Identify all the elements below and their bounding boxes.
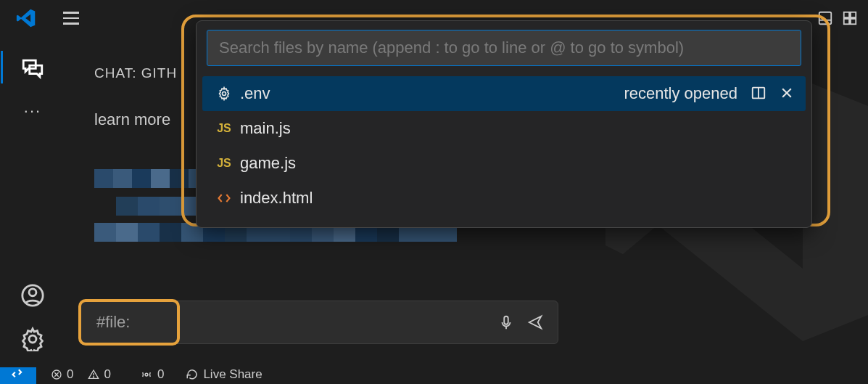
- status-warnings[interactable]: 0: [88, 367, 110, 382]
- svg-rect-4: [844, 19, 849, 24]
- activity-settings-icon[interactable]: [17, 322, 49, 355]
- chat-input-value: #file:: [96, 313, 130, 332]
- quick-open-item-label: main.js: [240, 119, 291, 138]
- quick-open-item[interactable]: .env recently opened: [202, 76, 806, 111]
- activity-bar: ···: [0, 36, 65, 366]
- split-editor-icon[interactable]: [751, 85, 766, 103]
- svg-point-7: [29, 288, 36, 295]
- html-file-icon: [214, 191, 234, 205]
- status-errors[interactable]: 0: [51, 367, 73, 382]
- remote-indicator-icon[interactable]: [0, 367, 36, 384]
- svg-point-20: [94, 377, 94, 377]
- status-ports[interactable]: 0: [140, 367, 164, 382]
- customize-layout-icon[interactable]: [839, 7, 861, 29]
- svg-rect-5: [851, 19, 856, 24]
- status-errors-count: 0: [67, 367, 73, 382]
- status-warnings-count: 0: [104, 367, 110, 382]
- quick-open-item-label: .env: [240, 84, 270, 103]
- svg-point-21: [145, 373, 148, 376]
- svg-point-11: [223, 92, 226, 96]
- svg-rect-9: [504, 316, 508, 324]
- status-live-share-label: Live Share: [203, 367, 262, 382]
- svg-point-8: [29, 335, 36, 343]
- activity-account-icon[interactable]: [17, 279, 49, 311]
- js-file-icon: JS: [214, 157, 234, 170]
- svg-rect-3: [851, 12, 856, 17]
- toggle-panel-icon[interactable]: [814, 7, 836, 29]
- activity-more-icon[interactable]: ···: [17, 94, 49, 127]
- hamburger-menu-icon[interactable]: [63, 12, 79, 25]
- close-icon[interactable]: [780, 86, 794, 102]
- quick-open-placeholder: Search files by name (append : to go to …: [219, 38, 684, 57]
- microphone-icon[interactable]: [494, 310, 518, 335]
- svg-rect-0: [819, 12, 832, 25]
- recently-opened-hint: recently opened: [624, 84, 737, 103]
- quick-open-panel: Search files by name (append : to go to …: [196, 20, 812, 228]
- js-file-icon: JS: [214, 122, 234, 135]
- quick-open-item-label: game.js: [240, 154, 296, 173]
- gear-icon: [214, 86, 234, 101]
- activity-chat-icon[interactable]: [17, 51, 49, 83]
- status-live-share[interactable]: Live Share: [186, 367, 262, 382]
- chat-input[interactable]: #file:: [80, 301, 558, 344]
- quick-open-item[interactable]: JS game.js: [202, 146, 806, 181]
- quick-open-item[interactable]: index.html: [202, 181, 806, 216]
- quick-open-item[interactable]: JS main.js: [202, 111, 806, 146]
- quick-open-input[interactable]: Search files by name (append : to go to …: [207, 30, 801, 66]
- status-bar: 0 0 0 Live Share: [0, 366, 868, 384]
- quick-open-item-label: index.html: [240, 189, 313, 208]
- status-ports-count: 0: [157, 367, 164, 382]
- send-icon[interactable]: [523, 310, 547, 335]
- svg-rect-2: [844, 12, 849, 17]
- vscode-logo: [15, 7, 38, 30]
